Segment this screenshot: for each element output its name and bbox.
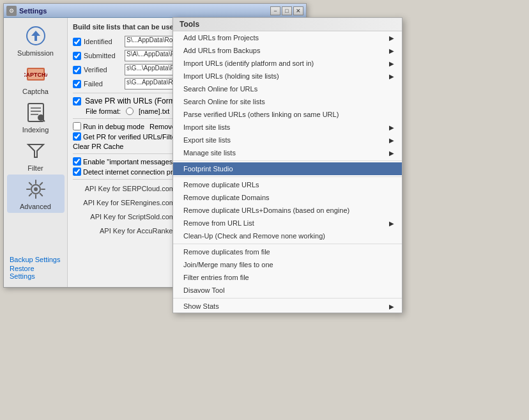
- submitted-checkbox[interactable]: [73, 52, 81, 60]
- arrow-icon: ▶: [389, 303, 394, 310]
- backup-settings-link[interactable]: Backup Settings: [7, 255, 64, 264]
- debug-mode-label: Run in debug mode: [83, 123, 144, 130]
- menu-filter-entries[interactable]: Filter entries from file: [173, 271, 402, 284]
- svg-point-13: [34, 187, 38, 191]
- submitted-label: Submitted: [84, 52, 122, 59]
- menu-import-sitelists[interactable]: Import site lists ▶: [173, 121, 402, 134]
- submission-label: Submission: [17, 49, 54, 57]
- menu-disavow[interactable]: Disavow Tool: [173, 284, 402, 297]
- menu-separator-2: [173, 176, 402, 177]
- menu-add-urls-projects[interactable]: Add URLs from Projects ▶: [173, 31, 402, 44]
- arrow-icon: ▶: [389, 35, 394, 42]
- sidebar-item-indexing[interactable]: Indexing: [7, 98, 65, 136]
- arrow-icon: ▶: [389, 60, 394, 67]
- menu-separator-4: [173, 298, 402, 299]
- svg-text:CAPTCHA: CAPTCHA: [24, 72, 47, 78]
- arrow-icon: ▶: [389, 220, 394, 227]
- app-icon: ⚙: [6, 6, 17, 16]
- filter-icon: [24, 139, 47, 162]
- serpcloud-label: API Key for SERPCloud.com: [73, 185, 175, 192]
- close-button[interactable]: ✕: [293, 6, 303, 15]
- menu-search-online-urls[interactable]: Search Online for URLs: [173, 82, 402, 95]
- window-controls: − □ ✕: [270, 6, 303, 15]
- identified-label: Identified: [84, 38, 122, 45]
- failed-label: Failed: [84, 80, 122, 88]
- filter-label: Filter: [27, 164, 43, 172]
- indexing-icon: [24, 101, 47, 124]
- menu-remove-dup-urls-domains[interactable]: Remove duplicate URLs+Domains (based on …: [173, 204, 402, 217]
- debug-mode-checkbox[interactable]: [73, 122, 81, 130]
- clear-pr-label: Clear PR Cache: [73, 143, 123, 150]
- arrow-icon: ▶: [389, 47, 394, 54]
- file-format-label: File format:: [86, 107, 121, 115]
- important-messages-checkbox[interactable]: [73, 157, 81, 166]
- menu-parse-verified[interactable]: Parse verified URLs (others linking on s…: [173, 108, 402, 121]
- sidebar-item-captcha[interactable]: CAPTCHA Captcha: [7, 59, 65, 98]
- menu-remove-dup-urls[interactable]: Remove duplicate URLs: [173, 178, 402, 191]
- arrow-icon: ▶: [389, 137, 394, 144]
- submission-icon: [24, 24, 47, 47]
- tools-menu-header: Tools: [173, 18, 402, 31]
- indexing-label: Indexing: [22, 126, 49, 134]
- minimize-button[interactable]: −: [270, 6, 280, 15]
- accuranker-label: API Key for AccuRanker: [73, 227, 175, 235]
- maximize-button[interactable]: □: [282, 6, 292, 15]
- captcha-label: Captcha: [22, 88, 49, 95]
- verified-label: Verified: [84, 66, 122, 74]
- serengines-label: API Key for SERengines.com: [73, 199, 175, 206]
- arrow-icon: ▶: [389, 150, 394, 157]
- captcha-icon: CAPTCHA: [24, 63, 47, 86]
- menu-cleanup[interactable]: Clean-Up (Check and Remove none working): [173, 229, 402, 242]
- menu-join-merge[interactable]: Join/Merge many files to one: [173, 258, 402, 271]
- menu-separator-3: [173, 244, 402, 244]
- title-bar: ⚙ Settings − □ ✕: [4, 4, 306, 18]
- sidebar-item-submission[interactable]: Submission: [7, 21, 65, 59]
- sidebar: Submission CAPTCHA Captcha: [4, 18, 68, 287]
- radio-name-label: [name].txt: [139, 107, 169, 115]
- menu-remove-dup-from-file[interactable]: Remove duplicates from file: [173, 245, 402, 258]
- menu-footprint-studio[interactable]: Footprint Studio: [173, 162, 402, 175]
- menu-manage-sitelists[interactable]: Manage site lists ▶: [173, 146, 402, 159]
- failed-checkbox[interactable]: [73, 80, 81, 88]
- menu-add-urls-backups[interactable]: Add URLs from Backups ▶: [173, 44, 402, 57]
- menu-search-online-sitelists[interactable]: Search Online for site lists: [173, 95, 402, 108]
- scriptsold-label: API Key for ScriptSold.com: [73, 213, 175, 221]
- sidebar-item-advanced[interactable]: Advanced: [7, 175, 65, 213]
- advanced-label: Advanced: [20, 203, 51, 210]
- sidebar-item-filter[interactable]: Filter: [7, 136, 65, 175]
- menu-remove-dup-domains[interactable]: Remove duplicate Domains: [173, 191, 402, 204]
- tools-menu: Tools Add URLs from Projects ▶ Add URLs …: [172, 17, 402, 313]
- verified-checkbox[interactable]: [73, 66, 81, 74]
- window-title: Settings: [19, 7, 268, 15]
- menu-show-stats[interactable]: Show Stats ▶: [173, 300, 402, 313]
- get-pr-checkbox[interactable]: [73, 132, 81, 141]
- menu-import-identify[interactable]: Import URLs (identify platform and sort …: [173, 57, 402, 70]
- menu-separator-1: [173, 160, 402, 161]
- detect-internet-checkbox[interactable]: [73, 167, 81, 176]
- identified-checkbox[interactable]: [73, 38, 81, 46]
- restore-settings-link[interactable]: Restore Settings: [7, 264, 64, 281]
- save-pr-checkbox[interactable]: [73, 97, 81, 105]
- menu-remove-from-urllist[interactable]: Remove from URL List ▶: [173, 217, 402, 229]
- radio-name[interactable]: [126, 107, 134, 115]
- menu-export-sitelists[interactable]: Export site lists ▶: [173, 134, 402, 146]
- advanced-icon: [24, 178, 47, 201]
- menu-import-holding[interactable]: Import URLs (holding site lists) ▶: [173, 70, 402, 82]
- debug-mode-row: Run in debug mode: [73, 122, 144, 130]
- sidebar-footer: Backup Settings Restore Settings: [4, 252, 67, 284]
- arrow-icon: ▶: [389, 124, 394, 131]
- arrow-icon: ▶: [389, 73, 394, 80]
